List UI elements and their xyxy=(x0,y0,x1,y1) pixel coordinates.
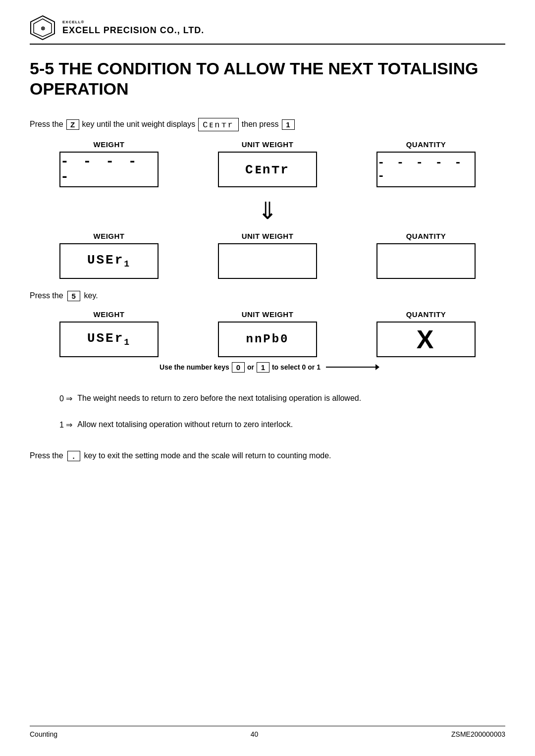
quantity-value-x: X xyxy=(417,324,436,354)
or-text: or xyxy=(247,363,254,371)
unit-weight-screen-1: Cᴇnᴛr xyxy=(218,152,317,187)
one-key-first: 1 xyxy=(282,119,295,130)
page: ⊗ EXCELL EXCELL® EXCELL PRECISION CO., L… xyxy=(0,0,535,756)
arrow-down: ⇓ xyxy=(30,199,505,223)
annotation-text-2: to select 0 or 1 xyxy=(272,363,321,371)
press-5-suffix: key. xyxy=(84,291,98,300)
display-group-1-wrapper: WEIGHT - - - - - UNIT WEIGHT Cᴇnᴛr QUANT… xyxy=(30,140,505,187)
display-group-1: WEIGHT - - - - - UNIT WEIGHT Cᴇnᴛr QUANT… xyxy=(30,140,505,187)
company-name: EXCELL PRECISION CO., LTD. xyxy=(62,25,204,36)
symbol-1: 1 ⇒ xyxy=(59,419,72,431)
exit-suffix: key to exit the setting mode and the sca… xyxy=(84,451,331,460)
weight-col-1: WEIGHT - - - - - xyxy=(30,140,188,187)
z-key: Z xyxy=(66,119,79,130)
weight-label-2: WEIGHT xyxy=(94,232,125,240)
header: ⊗ EXCELL EXCELL® EXCELL PRECISION CO., L… xyxy=(30,15,505,45)
press-5-line: Press the 5 key. xyxy=(30,291,505,301)
annotation-text: Use the number keys xyxy=(160,363,229,371)
footer-right: ZSME200000003 xyxy=(451,730,505,738)
unit-weight-value-3: nnPb0 xyxy=(246,332,289,346)
weight-value-2: USEr1 xyxy=(87,253,131,269)
explanation-item-0: 0 ⇒ The weight needs to return to zero b… xyxy=(59,392,505,405)
unit-weight-col-1: UNIT WEIGHT Cᴇnᴛr xyxy=(188,140,347,187)
weight-label-3: WEIGHT xyxy=(94,310,125,319)
display-group-3: WEIGHT USEr1 UNIT WEIGHT nnPb0 QUANTITY … xyxy=(30,310,505,357)
number-keys-annotation: Use the number keys 0 or 1 to select 0 o… xyxy=(30,362,505,373)
svg-text:⊗: ⊗ xyxy=(41,25,45,31)
unit-weight-label-1: UNIT WEIGHT xyxy=(242,140,294,149)
instruction-line-1: Press the Z key until the unit weight di… xyxy=(30,118,505,131)
five-key: 5 xyxy=(67,291,80,301)
footer: Counting 40 ZSME200000003 xyxy=(30,726,505,738)
dot-key: . xyxy=(67,451,80,461)
quantity-screen-3: X xyxy=(376,322,476,357)
quantity-col-1: QUANTITY - - - - - - xyxy=(347,140,505,187)
unit-weight-screen-2 xyxy=(218,243,317,279)
unit-weight-screen-3: nnPb0 xyxy=(218,322,317,357)
weight-col-2: WEIGHT USEr1 xyxy=(30,232,188,279)
center-lcd-inline: Cᴇnᴛr xyxy=(198,118,239,131)
unit-weight-value-1: Cᴇnᴛr xyxy=(245,162,290,177)
explanation-text-1: Allow next totalising operation without … xyxy=(77,419,293,431)
excell-logo: ⊗ EXCELL xyxy=(30,15,55,41)
weight-label-1: WEIGHT xyxy=(94,140,125,149)
exit-instruction-line: Press the . key to exit the setting mode… xyxy=(30,451,505,461)
quantity-col-3: QUANTITY X xyxy=(347,310,505,357)
unit-weight-label-3: UNIT WEIGHT xyxy=(242,310,294,319)
quantity-screen-2 xyxy=(376,243,476,279)
weight-value-1: - - - - - xyxy=(60,154,158,185)
weight-screen-3: USEr1 xyxy=(59,322,159,357)
instruction-middle-1: key until the unit weight displays xyxy=(82,120,196,129)
footer-left: Counting xyxy=(30,730,57,738)
unit-weight-col-2: UNIT WEIGHT xyxy=(188,232,347,279)
unit-weight-col-3: UNIT WEIGHT nnPb0 xyxy=(188,310,347,357)
weight-value-3: USEr1 xyxy=(87,331,131,347)
weight-col-3: WEIGHT USEr1 xyxy=(30,310,188,357)
press-5-prefix: Press the xyxy=(30,291,63,300)
footer-center: 40 xyxy=(251,730,259,738)
quantity-col-2: QUANTITY xyxy=(347,232,505,279)
explanation-item-1: 1 ⇒ Allow next totalising operation with… xyxy=(59,419,505,431)
section-title: 5-5 THE CONDITION TO ALLOW THE NEXT TOTA… xyxy=(30,58,505,99)
instruction-prefix-1: Press the xyxy=(30,120,63,129)
unit-weight-label-2: UNIT WEIGHT xyxy=(242,232,294,240)
zero-key: 0 xyxy=(232,362,245,373)
exit-prefix: Press the xyxy=(30,451,63,460)
explanations: 0 ⇒ The weight needs to return to zero b… xyxy=(59,392,505,431)
down-arrow-icon: ⇓ xyxy=(258,199,277,223)
explanation-text-0: The weight needs to return to zero befor… xyxy=(77,392,361,404)
quantity-value-1: - - - - - - xyxy=(377,156,475,183)
quantity-label-1: QUANTITY xyxy=(406,140,446,149)
weight-screen-1: - - - - - xyxy=(59,152,159,187)
instruction-suffix-1: then press xyxy=(242,120,279,129)
display-group-2-wrapper: WEIGHT USEr1 UNIT WEIGHT QUANTITY xyxy=(30,232,505,279)
weight-screen-2: USEr1 xyxy=(59,243,159,279)
one-key: 1 xyxy=(257,362,269,373)
quantity-label-3: QUANTITY xyxy=(406,310,446,319)
display-group-3-wrapper: WEIGHT USEr1 UNIT WEIGHT nnPb0 QUANTITY … xyxy=(30,310,505,373)
quantity-screen-1: - - - - - - xyxy=(376,152,476,187)
display-group-2: WEIGHT USEr1 UNIT WEIGHT QUANTITY xyxy=(30,232,505,279)
symbol-0: 0 ⇒ xyxy=(59,393,72,405)
quantity-label-2: QUANTITY xyxy=(406,232,446,240)
